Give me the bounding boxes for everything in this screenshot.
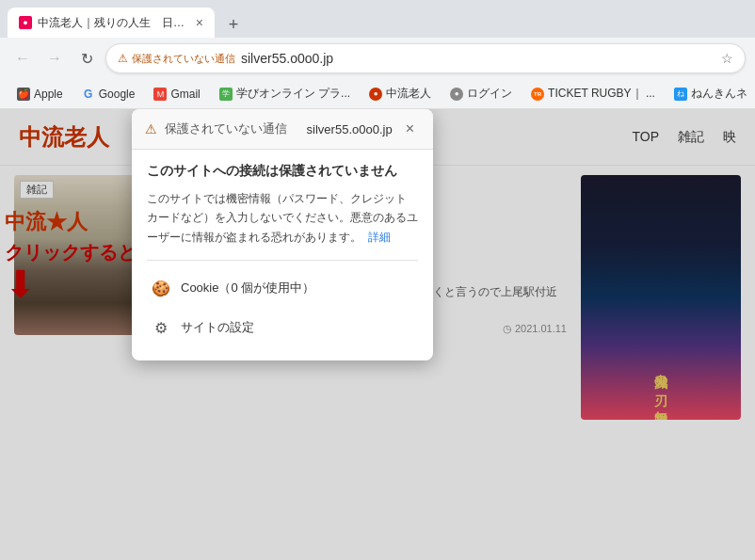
back-button[interactable]: ← [9,45,36,72]
page-content: 中流老人 TOP 雑記 映 雑記 氷川鍬神社 １月11日にミキちゃんが朱印をいた… [0,109,755,560]
bookmark-google-label: Google [99,88,136,101]
star-icon[interactable]: ☆ [721,51,733,66]
bookmark-nenkin-label: ねんきんネ [691,86,747,102]
bookmark-nenkin[interactable]: ね ねんきんネ [667,84,755,104]
popup-close-button[interactable]: × [400,119,420,139]
popup-settings-item[interactable]: ⚙ サイトの設定 [147,308,418,347]
bookmark-manabi-label: 学びオンライン プラ... [236,86,350,102]
warning-label: 保護されていない通信 [132,52,235,66]
bookmark-gmail[interactable]: M Gmail [146,86,207,103]
bookmark-ticket-label: TICKET RUGBY｜ ... [548,86,655,102]
security-warning: ⚠ 保護されていない通信 [118,52,235,66]
google-favicon: G [82,88,95,101]
popup-header: ⚠ 保護されていない通信 silver55.o0o0.jp × [132,109,433,150]
manabi-favicon: 学 [219,88,233,101]
popup-main-title: このサイトへの接続は保護されていません [147,163,418,180]
tab-title: 中流老人｜残りの人生 日日是好日... [38,15,186,31]
bookmark-apple[interactable]: 🍎 Apple [9,86,71,103]
popup-warning-icon: ⚠ [145,121,157,136]
popup-cookie-item[interactable]: 🍪 Cookie（0 個が使用中） [147,268,418,308]
url-text: silver55.o0o0.jp [241,51,715,66]
refresh-button[interactable]: ↻ [73,45,100,72]
popup-settings-label: サイトの設定 [181,319,254,336]
popup-header-warning: 保護されていない通信 [165,120,299,137]
browser-frame: ● 中流老人｜残りの人生 日日是好日... × + ← → ↻ ⚠ 保護されてい… [0,0,755,560]
churyu-favicon: ● [369,88,382,101]
popup-description: このサイトでは機密情報（パスワード、クレジット カードなど）を入力しないでくださ… [147,189,418,247]
bookmark-ticket[interactable]: TR TICKET RUGBY｜ ... [523,84,663,104]
bookmark-gmail-label: Gmail [170,88,200,101]
bookmark-manabi[interactable]: 学 学びオンライン プラ... [212,84,358,104]
browser-tab-active[interactable]: ● 中流老人｜残りの人生 日日是好日... × [8,8,215,38]
bookmark-login[interactable]: ● ログイン [442,84,520,104]
ticket-favicon: TR [531,88,544,101]
cookie-icon: 🍪 [151,278,171,298]
bookmark-churyu[interactable]: ● 中流老人 [361,84,439,104]
popup-header-url: silver55.o0o0.jp [307,122,393,136]
settings-icon: ⚙ [151,317,171,338]
address-bar[interactable]: ⚠ 保護されていない通信 silver55.o0o0.jp ☆ [105,43,746,73]
bookmark-login-label: ログイン [467,86,512,102]
bookmark-google[interactable]: G Google [74,86,143,103]
address-icons: ☆ [721,51,733,66]
forward-button[interactable]: → [41,45,68,72]
new-tab-button[interactable]: + [220,11,247,38]
security-popup: ⚠ 保護されていない通信 silver55.o0o0.jp × このサイトへの接… [132,109,433,360]
popup-detail-link[interactable]: 詳細 [368,231,391,244]
tab-favicon: ● [19,16,32,29]
address-bar-row: ← → ↻ ⚠ 保護されていない通信 silver55.o0o0.jp ☆ [0,38,755,79]
bookmark-churyu-label: 中流老人 [386,86,431,102]
popup-body: このサイトへの接続は保護されていません このサイトでは機密情報（パスワード、クレ… [132,150,433,360]
login-favicon: ● [450,88,463,101]
tab-close-button[interactable]: × [196,15,203,30]
tab-bar: ● 中流老人｜残りの人生 日日是好日... × + [0,0,755,38]
bookmarks-bar: 🍎 Apple G Google M Gmail 学 学びオンライン プラ...… [0,79,755,109]
warning-icon: ⚠ [118,52,128,65]
popup-divider [147,260,418,261]
popup-cookie-label: Cookie（0 個が使用中） [181,280,314,296]
bookmark-apple-label: Apple [34,88,63,101]
nenkin-favicon: ね [674,88,687,101]
apple-favicon: 🍎 [17,88,30,101]
gmail-favicon: M [153,88,167,101]
